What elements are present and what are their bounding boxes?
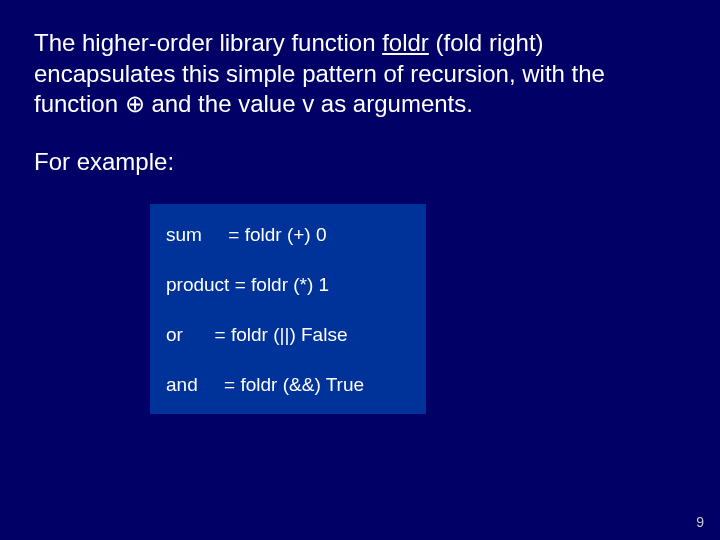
code-rhs: = foldr (*) 1 xyxy=(235,274,330,296)
code-keyword: sum xyxy=(166,224,228,246)
code-keyword: product xyxy=(166,274,235,296)
code-rhs: = foldr (||) False xyxy=(215,324,348,346)
code-row-sum: sum = foldr (+) 0 xyxy=(166,224,410,246)
code-rhs: = foldr (+) 0 xyxy=(228,224,326,246)
page-number: 9 xyxy=(696,514,704,530)
oplus-symbol: ⊕ xyxy=(125,90,145,117)
slide: The higher-order library function foldr … xyxy=(0,0,720,540)
code-keyword: or xyxy=(166,324,215,346)
example-label: For example: xyxy=(34,148,686,176)
intro-foldr: foldr xyxy=(382,29,429,56)
code-row-product: product = foldr (*) 1 xyxy=(166,274,410,296)
code-keyword: and xyxy=(166,374,224,396)
code-rhs: = foldr (&&) True xyxy=(224,374,364,396)
code-row-and: and = foldr (&&) True xyxy=(166,374,410,396)
code-box: sum = foldr (+) 0 product = foldr (*) 1 … xyxy=(150,204,426,414)
intro-text-1: The higher-order library function xyxy=(34,29,382,56)
intro-text-3: and the value v as arguments. xyxy=(145,90,473,117)
code-row-or: or = foldr (||) False xyxy=(166,324,410,346)
intro-paragraph: The higher-order library function foldr … xyxy=(34,28,686,120)
